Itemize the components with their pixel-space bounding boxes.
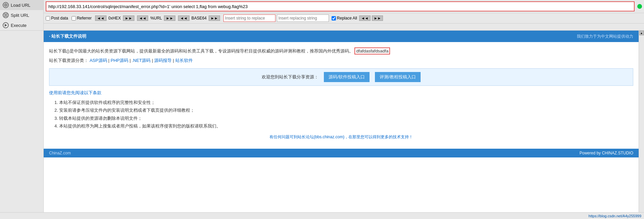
terms-item-4: 本站提供的程序为网上搜集或者用户投稿，如果该程序侵害到您的版权请联系我们。 [49,122,633,130]
terms-section: 使用前请您先阅读以下条款 本站不保证所提供软件或程序的完整性和安全性； 安装前请… [49,90,633,130]
split-url-icon [3,12,9,18]
net-link[interactable]: .NET源码 [132,58,151,63]
terms-title: 使用前请您先阅读以下条款 [49,90,633,96]
post-data-checkbox-label[interactable]: Post data [46,16,68,21]
referrer-checkbox-label[interactable]: Referrer [72,16,92,21]
hex-left-arrow[interactable]: ◄◄ [95,15,106,21]
svg-rect-3 [4,14,5,16]
status-url: https://blog.csdn.net/A4y255999 [589,214,641,218]
php-link[interactable]: PHP源码 [111,58,128,63]
welcome-text: 欢迎您到站长下载分享资源： [262,74,318,80]
url-row [44,0,644,13]
execute-button[interactable]: Execute [0,20,43,30]
insert-replacing-input[interactable] [277,14,329,22]
welcome-bar: 欢迎您到站长下载分享资源： 源码/软件投稿入口 评测/教程投稿入口 [49,68,633,86]
load-url-label: Load URL [11,3,31,8]
insert-replace-input[interactable] [223,14,275,22]
post-data-label: Post data [51,16,68,21]
site-description: 站长下载()是中国最大的站长类资源下载网站，提供最新最全的源码和站长类工具下载，… [49,47,633,55]
scroll-up-btn[interactable]: ▲ [639,31,644,35]
asp-link[interactable]: ASP源码 [90,58,107,63]
support-link[interactable]: 有任何问题可到站长论坛(bbs.chinaz.com)，在那里您可以得到更多的技… [269,135,413,139]
execute-icon [3,22,9,28]
site-links-label: 站长下载资源分类： [49,58,88,63]
footer-link[interactable]: ChinaZ.com [49,151,71,155]
connection-indicator [637,4,642,9]
browser-content: · 站长下载文件说明 我们致力于为中文网站提供动力 站长下载()是中国最大的站长… [44,31,639,219]
site-header-title: · 站长下载文件说明 [49,33,86,39]
software-link[interactable]: 站长软件 [175,58,193,63]
terms-item-3: 转载本站提供的资源请勿删除本说明文件； [49,114,633,122]
left-panel [0,31,44,219]
replace-all-label: Replace All [337,16,357,21]
hex-right-arrow[interactable]: ►► [123,15,134,21]
url-right-arrow[interactable]: ►► [164,15,175,21]
replace-all-checkbox[interactable] [332,16,336,21]
post-data-checkbox[interactable] [46,16,50,21]
right-scrollbar[interactable]: ▲ [639,31,644,219]
support-link-area: 有任何问题可到站长论坛(bbs.chinaz.com)，在那里您可以得到更多的技… [49,134,633,140]
highlighted-word: dfafdasfafdsadfa [354,47,390,54]
site-footer: ChinaZ.com Powered by CHINAZ.STUDIO [44,149,639,157]
url-label: %URL [150,16,162,21]
replace-left-arrow[interactable]: ◄◄ [359,15,371,21]
split-url-label: Split URL [11,13,29,18]
replace-right-arrow[interactable]: ►► [372,15,383,21]
site-body: 站长下载()是中国最大的站长类资源下载网站，提供最新最全的源码和站长类工具下载，… [44,42,639,149]
execute-label: Execute [11,23,27,28]
url-left-arrow[interactable]: ◄◄ [137,15,148,21]
hex-label: 0xHEX [109,16,121,21]
footer-powered: Powered by CHINAZ.STUDIO [579,151,633,155]
report-link[interactable]: 源码报导 [154,58,172,63]
base64-right-arrow[interactable]: ►► [209,15,220,21]
split-url-button[interactable]: Split URL [0,10,43,20]
load-url-button[interactable]: Load URL [0,0,43,10]
site-header-slogan: 我们致力于为中文网站提供动力 [577,34,633,39]
base64-label: BASE64 [191,16,207,21]
replace-all-checkbox-label[interactable]: Replace All [332,16,357,21]
referrer-checkbox[interactable] [72,16,76,21]
load-url-icon [3,2,9,8]
url-input[interactable] [46,1,635,11]
base64-left-arrow[interactable]: ◄◄ [178,15,189,21]
status-bar: https://blog.csdn.net/A4y255999 [0,212,644,219]
source-submit-btn[interactable]: 源码/软件投稿入口 [324,72,370,82]
svg-rect-4 [6,14,7,16]
referrer-label: Referrer [77,16,92,21]
review-submit-btn[interactable]: 评测/教程投稿入口 [375,72,421,82]
options-bar: Post data Referrer ◄◄ 0xHEX ►► ◄◄ %URL ►… [44,13,644,24]
site-header: · 站长下载文件说明 我们致力于为中文网站提供动力 [44,31,639,42]
terms-list: 本站不保证所提供软件或程序的完整性和安全性； 安装前请参考压缩文件内的安装说明文… [49,99,633,130]
svg-marker-5 [5,24,7,27]
desc-text-part1: 站长下载()是中国最大的站长类资源下载网站，提供最新最全的源码和站长类工具下载，… [49,48,353,53]
content-area[interactable]: · 站长下载文件说明 我们致力于为中文网站提供动力 站长下载()是中国最大的站长… [44,31,639,219]
left-toolbar: Load URL Split URL Execute [0,0,44,30]
top-right-area: Post data Referrer ◄◄ 0xHEX ►► ◄◄ %URL ►… [44,0,644,30]
main-layout: · 站长下载文件说明 我们致力于为中文网站提供动力 站长下载()是中国最大的站长… [0,31,644,219]
site-links: 站长下载资源分类： ASP源码 | PHP源码 | .NET源码 | 源码报导 … [49,58,633,64]
terms-item-1: 本站不保证所提供软件或程序的完整性和安全性； [49,99,633,106]
terms-item-2: 安装前请参考压缩文件内的安装说明文档或者下载页提供的详细教程； [49,106,633,114]
